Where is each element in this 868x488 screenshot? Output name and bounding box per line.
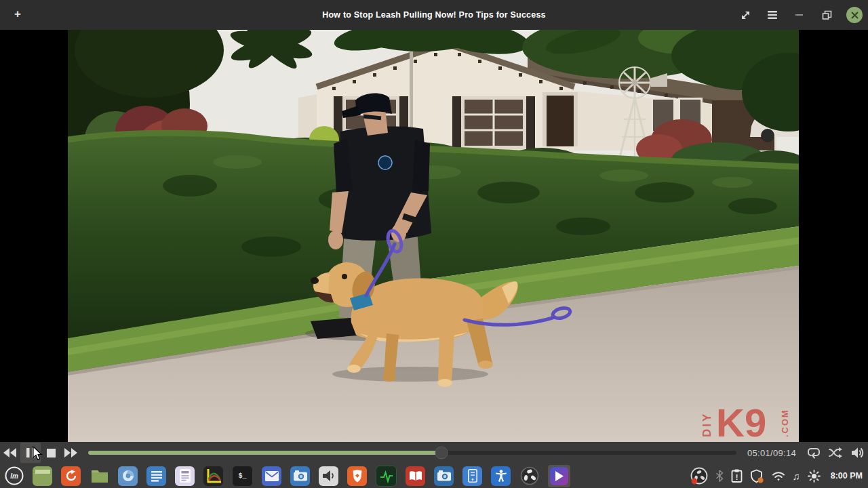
forward-button[interactable] [61, 443, 81, 463]
file-manager-icon[interactable] [90, 466, 109, 486]
system-tray: ! ♫ 8:00 PM [690, 467, 863, 485]
video-frame[interactable]: DIY K9 .COM [68, 30, 799, 442]
music-note-icon[interactable]: ♫ [793, 470, 800, 482]
loop-icon[interactable] [803, 443, 825, 463]
minimize-button[interactable] [792, 7, 807, 22]
seek-bar[interactable] [88, 447, 736, 459]
photos-camera-icon[interactable] [434, 466, 454, 486]
show-desktop-button[interactable] [33, 466, 52, 486]
mint-logo-text: lm [10, 472, 18, 480]
player-control-bar: 05:01/09:14 [0, 442, 868, 464]
video-scene: DIY K9 .COM [68, 30, 799, 442]
obs-studio-icon[interactable] [519, 466, 539, 486]
mint-menu-button[interactable]: lm [4, 466, 24, 486]
obs-recording-tray-icon[interactable] [690, 467, 708, 485]
taskbar-panel: lm $_ [0, 464, 868, 488]
bluetooth-icon[interactable] [715, 470, 724, 482]
brightness-icon[interactable] [808, 470, 821, 483]
watermark-com: .COM [780, 409, 790, 437]
mail-icon[interactable] [262, 466, 281, 486]
chart-plot-icon[interactable] [203, 466, 223, 486]
menu-icon[interactable] [765, 7, 780, 22]
brave-browser-icon[interactable] [347, 466, 367, 486]
video-stage: DIY K9 .COM [0, 30, 868, 442]
media-player-active-icon[interactable] [548, 465, 570, 487]
volume-icon[interactable] [846, 443, 868, 463]
ebook-reader-icon[interactable] [406, 466, 425, 486]
seek-handle[interactable] [435, 447, 448, 460]
rewind-button[interactable] [0, 443, 20, 463]
stop-button[interactable] [41, 443, 61, 463]
screenshot-camera-icon[interactable] [290, 466, 310, 486]
orange-refresh-app-icon[interactable] [61, 466, 81, 486]
shuffle-icon[interactable] [825, 443, 846, 463]
writer-document-icon[interactable] [146, 466, 166, 486]
house-window-center [452, 96, 535, 149]
terminal-icon[interactable]: $_ [232, 466, 253, 487]
system-monitor-icon[interactable] [376, 466, 397, 487]
watermark-diy: DIY [701, 412, 713, 437]
shield-update-icon[interactable] [750, 469, 764, 483]
pause-button[interactable] [20, 443, 41, 463]
blue-browser-icon[interactable] [118, 466, 138, 486]
close-button[interactable] [846, 7, 863, 23]
terminal-prompt-glyph: $_ [238, 472, 246, 480]
time-display: 05:01/09:14 [747, 448, 796, 458]
fullscreen-icon[interactable] [738, 7, 753, 22]
window-titlebar: + How to Stop Leash Pulling Now! Pro Tip… [0, 0, 868, 30]
notes-document-icon[interactable] [175, 466, 195, 486]
clipboard-alert-icon[interactable]: ! [731, 469, 743, 483]
wifi-icon[interactable] [772, 471, 785, 481]
front-door [542, 92, 578, 146]
watermark-k9: K9 [716, 401, 766, 442]
sound-settings-icon[interactable] [319, 466, 338, 486]
taskbar-clock[interactable]: 8:00 PM [831, 471, 863, 481]
seek-progress [88, 451, 441, 455]
maximize-button[interactable] [819, 7, 834, 22]
accessibility-icon[interactable] [491, 466, 511, 486]
mobile-device-icon[interactable] [462, 466, 482, 486]
svg-text:!: ! [735, 473, 738, 481]
